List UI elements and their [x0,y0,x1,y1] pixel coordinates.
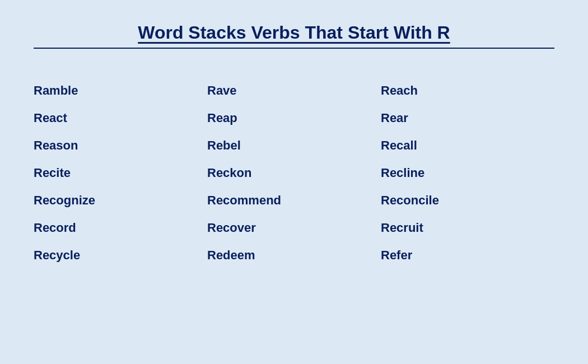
words-grid: RambleRaveReachReactReapRearReasonRebelR… [34,77,554,269]
word-item: Ramble [34,77,207,104]
word-item: Reap [207,104,381,132]
title-section: Word Stacks Verbs That Start With R [34,22,554,49]
word-item: Recall [381,132,554,159]
word-item: Record [34,214,207,241]
word-item: Recruit [381,214,554,241]
word-item: Reach [381,77,554,104]
word-item: Recite [34,159,207,186]
word-item: Refer [381,241,554,269]
page-title: Word Stacks Verbs That Start With R [34,22,554,43]
title-divider [34,48,554,49]
word-item: Reconcile [381,186,554,214]
word-item: Redeem [207,241,381,269]
word-item: React [34,104,207,132]
word-item: Reckon [207,159,381,186]
word-item: Recycle [34,241,207,269]
word-item: Recline [381,159,554,186]
word-item: Recommend [207,186,381,214]
word-item: Rave [207,77,381,104]
word-item: Reason [34,132,207,159]
word-item: Rear [381,104,554,132]
word-item: Rebel [207,132,381,159]
word-item: Recognize [34,186,207,214]
word-item: Recover [207,214,381,241]
